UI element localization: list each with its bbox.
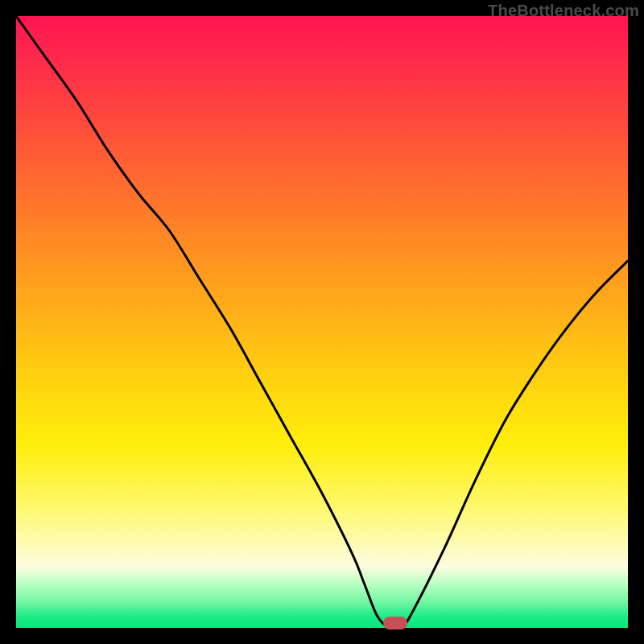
- plot-area: [16, 16, 628, 628]
- bottleneck-curve: [16, 16, 628, 628]
- optimal-marker: [383, 617, 407, 630]
- chart-frame: TheBottleneck.com: [0, 0, 644, 644]
- curve-svg: [16, 16, 628, 628]
